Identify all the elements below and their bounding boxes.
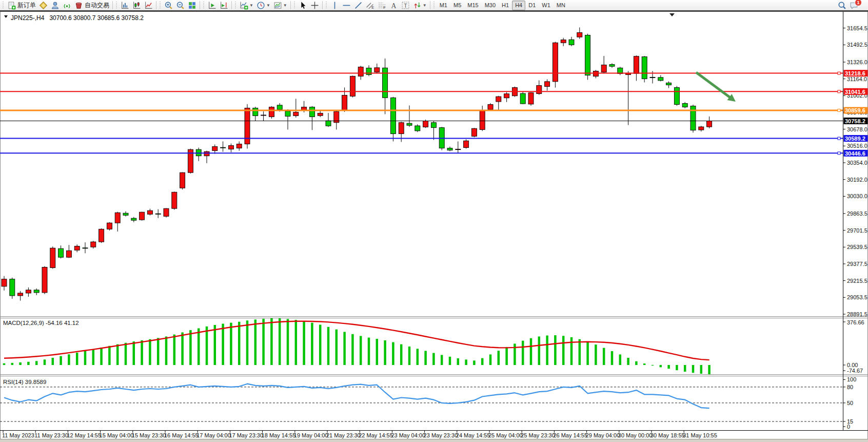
zoom-out-button[interactable] [174, 0, 186, 10]
equidistant-channel-button[interactable]: E [364, 0, 376, 10]
time-label: 17 May 04:00 [196, 432, 231, 438]
chevron-down-icon: ▼ [266, 3, 270, 8]
candle-body [212, 147, 218, 151]
search-button[interactable] [836, 0, 848, 10]
signals-button[interactable] [61, 0, 73, 10]
auto-scroll-button[interactable] [206, 0, 218, 10]
timeframe-button-h1[interactable]: H1 [499, 1, 512, 10]
time-label: 30 May 00:00 [618, 432, 653, 438]
candle-body [682, 103, 687, 107]
toolbar-drag-handle[interactable] [433, 2, 436, 9]
toolbar-drag-handle[interactable] [325, 2, 328, 9]
line-chart-button[interactable] [143, 0, 154, 10]
fibonacci-button[interactable]: F [376, 0, 388, 10]
candle-body [58, 248, 64, 257]
autotrade-button[interactable]: 自动交易 [73, 0, 111, 10]
svg-text:28891.5: 28891.5 [847, 311, 867, 317]
candle-body [10, 279, 15, 296]
line-anchor [838, 137, 840, 140]
toolbar-separator [112, 1, 113, 9]
toolbar-drag-handle[interactable] [203, 2, 205, 9]
periods-button[interactable]: ▼ [255, 0, 272, 10]
arrows-button[interactable]: ▼ [411, 0, 428, 10]
timeframe-button-m30[interactable]: M30 [482, 1, 499, 10]
toolbar-drag-handle[interactable] [2, 2, 5, 9]
timeframe-button-h4[interactable]: H4 [512, 1, 525, 10]
candle-body [471, 128, 477, 136]
candlestick-chart-button[interactable] [131, 0, 143, 10]
community-icon [51, 1, 60, 10]
candle-body [431, 123, 436, 128]
toolbar-drag-handle[interactable] [293, 2, 296, 9]
zoom-in-icon [164, 1, 173, 10]
candle-body [342, 95, 347, 111]
time-label: 25 May 23:30 [521, 432, 555, 438]
price-label: 30758.2 [845, 118, 865, 124]
candle-body [204, 151, 209, 156]
price-label: 30589.2 [845, 136, 865, 142]
svg-text:29053.5: 29053.5 [847, 294, 867, 300]
trendline-button[interactable] [352, 0, 364, 10]
timeframe-button-d1[interactable]: D1 [525, 1, 539, 10]
main-toolbar: 新订单自动交易▼▼▼EFAT▼M1M5M15M30H1H4D1W1MN1 [0, 0, 868, 10]
new-order-icon [7, 1, 16, 10]
chart-window[interactable]: 31654.531492.531326.031164.031002.030840… [0, 10, 868, 439]
candle-body [674, 88, 679, 105]
candle-body [172, 192, 177, 208]
timeframe-button-m1[interactable]: M1 [437, 1, 450, 10]
candle-body [642, 56, 647, 79]
cursor-button[interactable] [297, 0, 309, 10]
time-label: 16 May 14:55 [164, 432, 199, 438]
community-button[interactable] [49, 0, 61, 10]
svg-text:50: 50 [847, 400, 853, 406]
candle-body [464, 141, 469, 147]
svg-text:A: A [391, 2, 396, 9]
candle-body [99, 229, 104, 242]
toolbar-separator [322, 1, 323, 9]
candle-body [358, 67, 363, 76]
time-axis[interactable]: 11 May 202311 May 23:3012 May 14:5515 Ma… [2, 431, 717, 438]
toolbar-drag-handle[interactable] [234, 2, 237, 9]
candle-body [309, 107, 314, 117]
arrows-icon [413, 1, 422, 10]
timeframe-button-m5[interactable]: M5 [450, 1, 464, 10]
indicators-button[interactable]: ▼ [238, 0, 255, 10]
candle-body [221, 147, 226, 148]
toolbar-drag-handle[interactable] [115, 2, 118, 9]
notifications-button[interactable]: 1 [848, 0, 867, 10]
svg-text:JPN225-,H430700.6 30800.7 3068: JPN225-,H430700.6 30800.7 30685.6 30758.… [11, 14, 144, 22]
timeframe-button-w1[interactable]: W1 [539, 1, 554, 10]
autotrade-icon [74, 1, 83, 10]
time-label: 19 May 04:00 [294, 432, 328, 438]
market-button[interactable] [37, 0, 49, 10]
horizontal-line-button[interactable] [341, 0, 352, 10]
zoom-in-button[interactable] [163, 0, 174, 10]
text-button[interactable]: A [388, 0, 400, 10]
time-label: 15 May 23:30 [132, 432, 166, 438]
candle-body [91, 242, 96, 247]
candle-body [545, 82, 550, 87]
svg-text:31164.0: 31164.0 [847, 76, 867, 82]
text-label-button[interactable]: T [400, 0, 411, 10]
chart-shift-button[interactable] [218, 0, 230, 10]
crosshair-button[interactable] [309, 0, 321, 10]
timeframe-button-mn[interactable]: MN [554, 1, 568, 10]
candle-body [66, 251, 71, 257]
status-strip [0, 439, 868, 442]
candle-body [147, 210, 152, 214]
toolbar-drag-handle[interactable] [159, 2, 162, 9]
time-label: 23 May 23:30 [424, 432, 458, 438]
svg-text:31654.5: 31654.5 [847, 25, 867, 31]
timeframe-button-m15[interactable]: M15 [464, 1, 481, 10]
vertical-line-button[interactable] [329, 0, 341, 10]
tile-windows-button[interactable] [186, 0, 198, 10]
equidistant-channel-icon: E [366, 1, 374, 10]
templates-button[interactable]: ▼ [272, 0, 289, 10]
candle-body [447, 148, 452, 150]
candle-body [585, 35, 590, 75]
bar-chart-button[interactable] [119, 0, 131, 10]
candle-body [107, 223, 112, 229]
price-label: 30446.6 [845, 150, 865, 157]
signals-icon [63, 1, 71, 10]
new-order-button[interactable]: 新订单 [6, 0, 37, 10]
